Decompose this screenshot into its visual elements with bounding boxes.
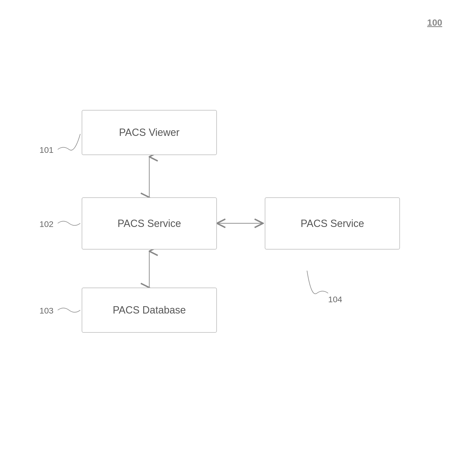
- arrows-svg: [0, 0, 476, 470]
- pacs-database-label: PACS Database: [113, 304, 186, 316]
- pacs-service-left-box: PACS Service: [82, 197, 217, 250]
- pacs-viewer-label: PACS Viewer: [119, 127, 180, 138]
- ref-102-label: 102: [39, 219, 54, 229]
- ref-101-label: 101: [39, 145, 54, 155]
- pacs-viewer-box: PACS Viewer: [82, 110, 217, 155]
- pacs-service-right-box: PACS Service: [265, 197, 400, 250]
- ref-103-label: 103: [39, 306, 54, 315]
- pacs-service-left-label: PACS Service: [117, 218, 181, 230]
- figure-label: 100: [427, 17, 442, 28]
- ref-104-label: 104: [328, 295, 342, 304]
- diagram-container: 100: [0, 0, 476, 470]
- pacs-service-right-label: PACS Service: [301, 218, 364, 230]
- pacs-database-box: PACS Database: [82, 288, 217, 333]
